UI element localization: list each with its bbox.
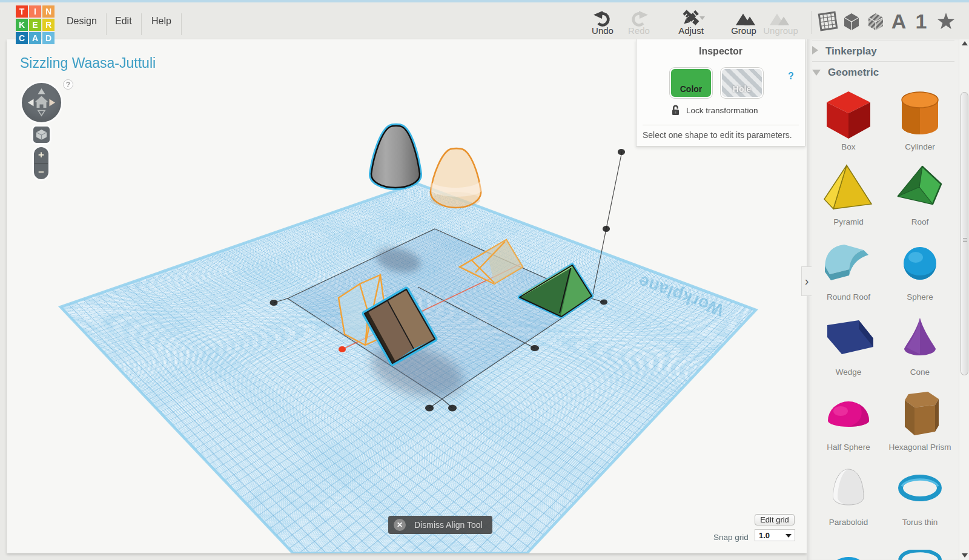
svg-text:Redo: Redo	[628, 25, 650, 36]
svg-text:A: A	[891, 10, 907, 33]
svg-text:Group: Group	[731, 25, 756, 36]
svg-text:Ungroup: Ungroup	[763, 25, 798, 36]
svg-text:1: 1	[916, 10, 927, 33]
svg-text:Undo: Undo	[592, 25, 613, 36]
svg-text:Workplane: Workplane	[636, 272, 726, 320]
svg-text:Adjust: Adjust	[678, 25, 704, 36]
